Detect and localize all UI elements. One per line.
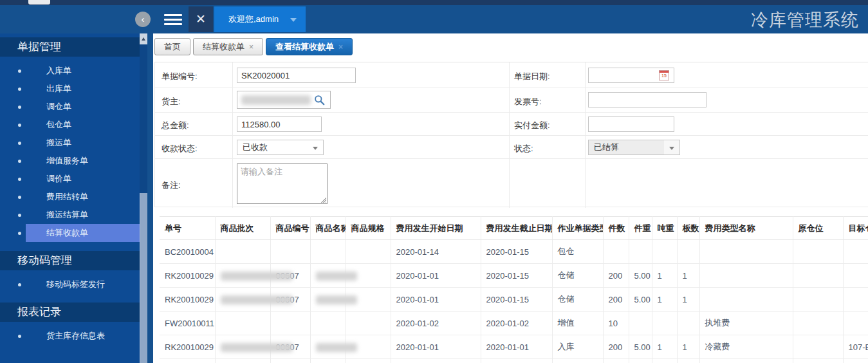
column-header: 作业单据类型 bbox=[552, 217, 603, 240]
column-header: 商品批次 bbox=[215, 217, 270, 240]
table-cell: 1 bbox=[652, 335, 677, 359]
sidebar-item[interactable]: 调仓单 bbox=[0, 98, 140, 116]
sidebar-scrollbar[interactable] bbox=[140, 33, 147, 363]
table-row[interactable]: FW200100112020-01-022020-01-02增值10执堆费 bbox=[160, 312, 868, 335]
table-cell bbox=[793, 312, 843, 335]
invoice-no-input[interactable] bbox=[588, 92, 706, 107]
table-cell: 冷藏费 bbox=[699, 335, 793, 359]
column-header: 费用发生截止日期 bbox=[481, 217, 552, 240]
sidebar-item[interactable]: 调价单 bbox=[0, 170, 140, 188]
chevron-down-icon bbox=[669, 147, 674, 150]
table-cell bbox=[699, 359, 793, 363]
column-header: 吨重 bbox=[652, 217, 677, 240]
owner-input[interactable] bbox=[237, 91, 331, 109]
column-header: 费用发生开始日期 bbox=[391, 217, 481, 240]
column-header: 商品规格 bbox=[346, 217, 391, 240]
bullet-icon bbox=[18, 70, 21, 73]
column-header: 板数 bbox=[677, 217, 699, 240]
table-cell bbox=[215, 312, 270, 335]
sidebar-item[interactable]: 入库单 bbox=[0, 62, 140, 80]
sidebar-section-title[interactable]: 报表记录 bbox=[0, 302, 140, 322]
table-cell: 5.00 bbox=[629, 288, 652, 312]
table-cell bbox=[677, 240, 699, 264]
scroll-up-button[interactable] bbox=[140, 33, 147, 44]
sidebar-item-label: 搬运结算单 bbox=[46, 206, 140, 224]
bullet-icon bbox=[18, 124, 21, 127]
tab-bar: 首页结算收款单×查看结算收款单× bbox=[153, 33, 868, 58]
sidebar-item[interactable]: 费用结转单 bbox=[0, 188, 140, 206]
table-cell: 2020-01-01 bbox=[391, 288, 481, 312]
back-button[interactable]: ‹ bbox=[135, 12, 151, 27]
sidebar-item[interactable]: 搬运结算单 bbox=[0, 206, 140, 224]
bullet-icon bbox=[18, 214, 21, 217]
sidebar-item[interactable]: 货主库存信息表 bbox=[0, 327, 140, 345]
table-cell bbox=[793, 264, 843, 288]
detail-table: 单号商品批次商品编号商品名称商品规格费用发生开始日期费用发生截止日期作业单据类型… bbox=[160, 216, 868, 363]
sidebar-item[interactable]: 搬运单 bbox=[0, 134, 140, 152]
table-cell bbox=[160, 359, 215, 363]
table-row[interactable] bbox=[160, 359, 868, 363]
search-icon[interactable] bbox=[314, 95, 325, 106]
table-cell bbox=[310, 240, 346, 264]
tab-3[interactable]: 查看结算收款单× bbox=[266, 38, 353, 55]
table-cell: 入库 bbox=[552, 335, 603, 359]
table-cell: RK20010029 bbox=[160, 288, 215, 312]
bullet-icon bbox=[18, 88, 21, 91]
total-amount-input[interactable] bbox=[237, 116, 322, 132]
sidebar: 单据管理入库单出库单调仓单包仓单搬运单增值服务单调价单费用结转单搬运结算单结算收… bbox=[0, 33, 140, 363]
table-cell: 包仓 bbox=[552, 240, 603, 264]
sidebar-item[interactable]: 移动码标签发行 bbox=[0, 275, 140, 293]
table-cell: 2020-01-01 bbox=[481, 335, 552, 359]
sidebar-item-label: 搬运单 bbox=[46, 134, 140, 152]
redacted-cell-text bbox=[316, 295, 357, 304]
table-cell: 2020-01-15 bbox=[481, 240, 552, 264]
table-cell bbox=[270, 312, 310, 335]
receipt-status-select[interactable]: 已收款 bbox=[237, 140, 324, 155]
column-header: 原仓位 bbox=[793, 217, 843, 240]
sidebar-item[interactable]: 结算收款单 bbox=[0, 224, 140, 242]
table-cell bbox=[603, 359, 629, 363]
detail-table-wrap: 单号商品批次商品编号商品名称商品规格费用发生开始日期费用发生截止日期作业单据类型… bbox=[160, 216, 868, 363]
status-select[interactable]: 已结算 bbox=[588, 140, 680, 155]
table-cell bbox=[215, 335, 270, 359]
user-menu-button[interactable]: 欢迎您,admin bbox=[214, 6, 306, 32]
menu-toggle-icon[interactable] bbox=[164, 14, 182, 25]
sidebar-item[interactable]: 增值服务单 bbox=[0, 152, 140, 170]
remark-textarea[interactable] bbox=[237, 163, 328, 204]
content-left-strip bbox=[147, 33, 153, 363]
total-amount-label: 总金额: bbox=[162, 120, 189, 131]
textarea-resize-grip[interactable] bbox=[320, 197, 326, 203]
status-value: 已结算 bbox=[594, 142, 619, 152]
tab-2[interactable]: 结算收款单× bbox=[193, 38, 263, 55]
table-cell: 1 bbox=[652, 264, 677, 288]
paid-amount-input[interactable] bbox=[588, 116, 674, 132]
tab-close-icon[interactable]: × bbox=[249, 42, 254, 51]
sidebar-section-title[interactable]: 单据管理 bbox=[0, 37, 140, 57]
calendar-icon[interactable]: 15 bbox=[659, 70, 669, 80]
table-cell bbox=[793, 359, 843, 363]
sidebar-item[interactable]: 包仓单 bbox=[0, 116, 140, 134]
table-cell: 1 bbox=[677, 264, 699, 288]
app-header: ‹ ✕ 欢迎您,admin 冷库管理系统 bbox=[0, 5, 868, 33]
sidebar-section-title[interactable]: 移动码管理 bbox=[0, 251, 140, 270]
sidebar-item-label: 包仓单 bbox=[46, 116, 140, 134]
table-cell bbox=[346, 359, 391, 363]
table-row[interactable]: RK20010029006072020-01-012020-01-01入库200… bbox=[160, 335, 868, 359]
table-cell bbox=[793, 288, 843, 312]
tab-close-icon[interactable]: × bbox=[338, 42, 343, 51]
doc-no-input[interactable] bbox=[237, 68, 356, 83]
table-row[interactable]: BC200100042020-01-142020-01-15包仓 bbox=[160, 240, 868, 264]
tab-1[interactable]: 首页 bbox=[154, 38, 190, 55]
table-row[interactable]: RK20010029006072020-01-012020-01-15仓储200… bbox=[160, 288, 868, 312]
receipt-status-value: 已收款 bbox=[243, 142, 268, 152]
close-all-tabs-button[interactable]: ✕ bbox=[189, 6, 213, 32]
column-header: 费用类型名称 bbox=[699, 217, 793, 240]
doc-no-label: 单据编号: bbox=[162, 71, 198, 82]
chevron-down-icon bbox=[313, 147, 318, 150]
table-row[interactable]: RK20010029006072020-01-012020-01-15仓储200… bbox=[160, 264, 868, 288]
tab-label: 结算收款单 bbox=[203, 42, 245, 51]
table-cell bbox=[310, 312, 346, 335]
table-cell bbox=[215, 359, 270, 363]
scrollbar-thumb[interactable] bbox=[140, 193, 147, 363]
sidebar-item[interactable]: 出库单 bbox=[0, 80, 140, 98]
